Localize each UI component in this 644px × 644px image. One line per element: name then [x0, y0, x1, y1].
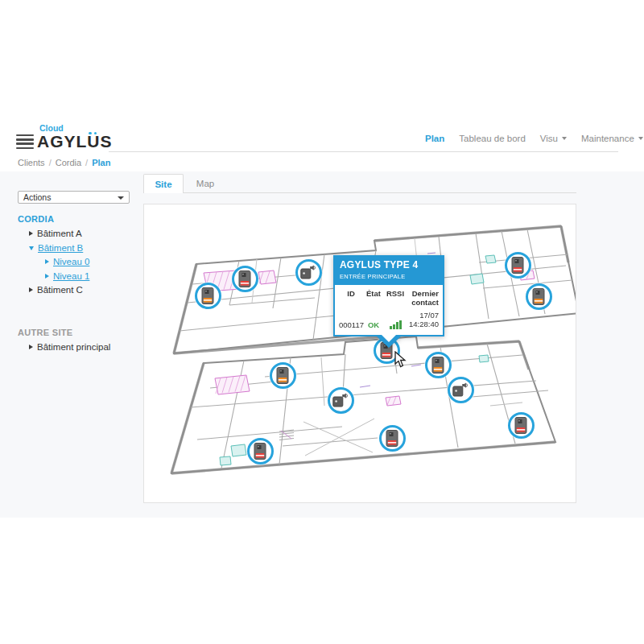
chevron-down-icon — [29, 246, 34, 250]
speaker-device-marker[interactable] — [448, 377, 474, 403]
top-navigation: Plan Tableau de bord Visu Maintenance — [425, 134, 643, 143]
col-id: ID — [339, 289, 363, 307]
nav-item-maintenance[interactable]: Maintenance — [581, 134, 643, 143]
sidebar-item-niveau-0[interactable]: Niveau 0 — [45, 257, 89, 266]
sidebar-item-batiment-principal[interactable]: Bâtiment principal — [29, 342, 110, 352]
sidebar-item-batiment-a[interactable]: Bâtiment A — [29, 229, 82, 238]
floor-plan-lower — [171, 336, 555, 473]
sidebar-site-cordia[interactable]: CORDIA — [18, 214, 54, 224]
device-status-value: OK — [363, 320, 384, 329]
col-dernier-contact: Dernier contact — [407, 289, 439, 307]
chevron-down-icon — [562, 137, 567, 140]
tab-map[interactable]: Map — [184, 174, 227, 193]
tooltip-title: AGYLUS TYPE 4 — [340, 259, 438, 270]
breadcrumb: Clients / Cordia / Plan — [18, 158, 110, 167]
breadcrumb-clients[interactable]: Clients — [18, 158, 45, 167]
sounder-device-marker[interactable] — [526, 283, 552, 310]
sounder-device-marker[interactable] — [505, 252, 531, 279]
sounder-device-marker[interactable] — [508, 412, 535, 439]
col-etat: État — [363, 289, 384, 307]
tab-site[interactable]: Site — [143, 174, 184, 193]
sounder-device-marker[interactable] — [247, 438, 274, 464]
header-divider — [109, 151, 618, 152]
sidebar-item-niveau-1[interactable]: Niveau 1 — [45, 271, 89, 281]
sounder-device-marker[interactable] — [195, 283, 221, 309]
chevron-right-icon — [29, 231, 33, 236]
chevron-right-icon — [45, 274, 49, 279]
brand-logo[interactable]: AGYLUS — [37, 132, 113, 151]
nav-item-visu[interactable]: Visu — [540, 134, 567, 143]
sidebar-item-batiment-b[interactable]: Bâtiment B — [29, 243, 83, 253]
breadcrumb-plan: Plan — [92, 158, 110, 167]
sounder-device-marker[interactable] — [270, 362, 296, 389]
tooltip-column-headers: ID État RSSI Dernier contact — [339, 289, 439, 307]
tooltip-header: AGYLUS TYPE 4 ENTRÉE PRINCIPALE — [333, 255, 444, 285]
nav-item-plan[interactable]: Plan — [425, 134, 444, 143]
breadcrumb-cordia[interactable]: Cordia — [56, 158, 81, 167]
floor-plan-drawing — [144, 204, 576, 502]
chevron-down-icon — [638, 137, 643, 140]
speaker-device-marker[interactable] — [328, 387, 354, 414]
chevron-right-icon — [45, 259, 49, 264]
col-rssi: RSSI — [384, 289, 407, 307]
tooltip-subtitle: ENTRÉE PRINCIPALE — [340, 273, 438, 280]
chevron-down-icon — [118, 196, 124, 200]
tooltip-body: ID État RSSI Dernier contact 000117 OK 1… — [333, 285, 444, 336]
device-tooltip: AGYLUS TYPE 4 ENTRÉE PRINCIPALE ID État … — [333, 255, 444, 336]
chevron-right-icon — [29, 345, 33, 349]
tooltip-values-row: 000117 OK 17/07 14:28:40 — [339, 312, 439, 329]
sidebar-site-autre-site[interactable]: AUTRE SITE — [18, 328, 72, 337]
sounder-device-marker[interactable] — [379, 425, 406, 452]
sounder-device-marker[interactable] — [232, 266, 258, 292]
tab-strip-divider — [143, 192, 576, 193]
mouse-cursor-icon — [394, 351, 407, 369]
floor-plan-panel: AGYLUS TYPE 4 ENTRÉE PRINCIPALE ID État … — [143, 204, 576, 503]
speaker-device-marker[interactable] — [295, 259, 322, 286]
sidebar-item-batiment-c[interactable]: Bâtiment C — [29, 285, 83, 295]
nav-item-tableau-de-bord[interactable]: Tableau de bord — [459, 134, 525, 143]
chevron-right-icon — [29, 287, 33, 292]
last-contact-value: 17/07 14:28:40 — [407, 312, 439, 329]
actions-dropdown[interactable]: Actions — [18, 191, 130, 204]
sounder-device-marker[interactable] — [425, 352, 452, 378]
hamburger-menu-icon[interactable] — [16, 134, 34, 149]
rssi-signal-icon — [384, 320, 407, 329]
agylus-app: Cloud AGYLUS Plan Tableau de bord Visu M… — [0, 0, 644, 644]
device-id-value: 000117 — [339, 320, 363, 329]
brand-umlaut-u: U — [87, 132, 100, 151]
